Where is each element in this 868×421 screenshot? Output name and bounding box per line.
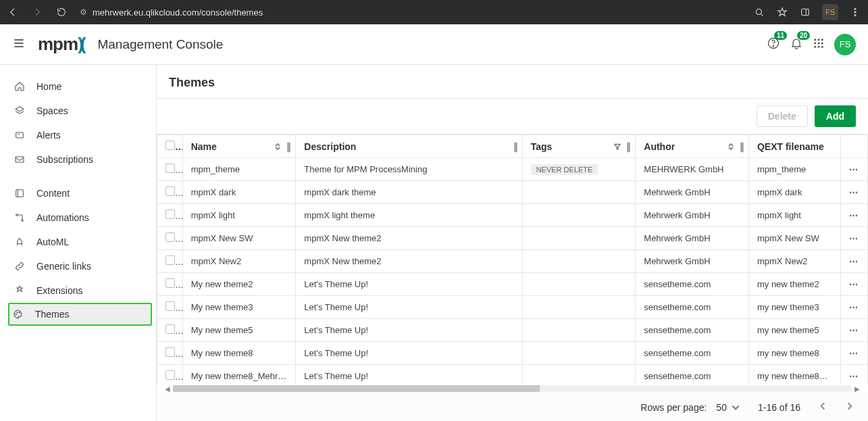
help-icon[interactable]: 11: [767, 36, 780, 53]
row-actions[interactable]: ⋯: [841, 296, 868, 319]
checkbox-icon[interactable]: [165, 278, 175, 288]
row-checkbox[interactable]: [157, 227, 183, 250]
row-actions[interactable]: ⋯: [841, 227, 868, 250]
sidebar-item-extensions[interactable]: Extensions: [0, 278, 156, 303]
row-checkbox[interactable]: [157, 365, 183, 385]
row-actions[interactable]: ⋯: [841, 273, 868, 296]
table-row[interactable]: My new theme3Let's Theme Up!sensetheme.c…: [157, 296, 868, 319]
more-icon[interactable]: ⋯: [849, 256, 859, 266]
more-icon[interactable]: ⋯: [849, 187, 859, 197]
more-icon[interactable]: ⋯: [849, 279, 859, 289]
scroll-thumb[interactable]: [173, 385, 540, 392]
row-actions[interactable]: ⋯: [841, 342, 868, 365]
more-icon[interactable]: ⋯: [849, 233, 859, 243]
forward-icon[interactable]: [31, 6, 43, 18]
notifications-icon[interactable]: 20: [790, 36, 803, 53]
reload-icon[interactable]: [55, 6, 68, 18]
checkbox-icon[interactable]: [165, 301, 175, 311]
sidebar-item-alerts[interactable]: Alerts: [0, 123, 156, 147]
table-row[interactable]: mpm_themeTheme for MPM ProcessMiningNEVE…: [157, 158, 868, 181]
resize-icon[interactable]: ‖: [513, 141, 518, 152]
checkbox-icon[interactable]: [165, 164, 175, 173]
table-row[interactable]: mpmX New2mpmX New theme2Mehrwerk GmbHmpm…: [157, 250, 868, 273]
checkbox-icon[interactable]: [165, 324, 175, 334]
scroll-track[interactable]: [173, 385, 852, 392]
row-checkbox[interactable]: [157, 158, 183, 181]
col-author[interactable]: Author ‖: [636, 135, 749, 158]
scroll-right-icon[interactable]: ▶: [852, 385, 863, 393]
more-icon[interactable]: ⋯: [849, 348, 859, 358]
row-checkbox[interactable]: [157, 342, 183, 365]
checkbox-icon[interactable]: [165, 255, 175, 265]
url-bar[interactable]: ⚙ mehrwerk.eu.qlikcloud.com/console/them…: [80, 7, 741, 18]
sidebar-item-content[interactable]: Content: [0, 181, 156, 205]
select-all-header[interactable]: [157, 135, 183, 158]
search-icon[interactable]: [753, 6, 765, 18]
row-actions[interactable]: ⋯: [841, 158, 868, 181]
sidebar-item-automations[interactable]: Automations: [0, 205, 156, 230]
row-actions[interactable]: ⋯: [841, 250, 868, 273]
row-actions[interactable]: ⋯: [841, 319, 868, 342]
delete-button[interactable]: Delete: [757, 105, 808, 127]
row-checkbox[interactable]: [157, 273, 183, 296]
avatar[interactable]: FS: [834, 34, 856, 55]
row-actions[interactable]: ⋯: [841, 365, 868, 385]
cell-qext: mpm_theme: [748, 158, 840, 181]
table-row[interactable]: mpmX darkmpmX dark themeMehrwerk GmbHmpm…: [157, 181, 868, 204]
horizontal-scrollbar[interactable]: ◀ ▶: [157, 384, 868, 393]
checkbox-icon[interactable]: [165, 232, 175, 242]
more-icon[interactable]: ⋯: [849, 164, 859, 174]
row-actions[interactable]: ⋯: [841, 204, 868, 227]
more-icon[interactable]: ⋯: [849, 325, 859, 335]
kebab-icon[interactable]: [849, 6, 861, 18]
col-name[interactable]: Name ‖: [182, 135, 296, 158]
browser-profile[interactable]: FS: [822, 4, 838, 20]
sidebar-item-subscriptions[interactable]: Subscriptions: [0, 147, 156, 172]
sidebar-item-genericlinks[interactable]: Generic links: [0, 254, 156, 278]
table-row[interactable]: My new theme2Let's Theme Up!sensetheme.c…: [157, 273, 868, 296]
app-launcher-icon[interactable]: [813, 37, 825, 52]
logo[interactable]: mpm)(: [38, 34, 85, 55]
checkbox-icon[interactable]: [165, 187, 175, 196]
col-description[interactable]: Description‖: [296, 135, 522, 158]
more-icon[interactable]: ⋯: [849, 302, 859, 312]
row-checkbox[interactable]: [157, 296, 183, 319]
table-row[interactable]: mpmX lightmpmX light themeMehrwerk GmbHm…: [157, 204, 868, 227]
sidebar-item-themes[interactable]: Themes: [8, 303, 152, 326]
panel-icon[interactable]: [799, 6, 811, 18]
subscriptions-icon: [14, 153, 26, 166]
row-checkbox[interactable]: [157, 204, 183, 227]
rows-per-page-label: Rows per page:: [640, 402, 707, 413]
table-row[interactable]: My new theme8_Mehr_A...Let's Theme Up!se…: [157, 365, 868, 385]
add-button[interactable]: Add: [815, 105, 856, 127]
prev-page-icon[interactable]: [818, 401, 827, 413]
col-tags[interactable]: Tags ‖: [522, 135, 636, 158]
row-checkbox[interactable]: [157, 319, 183, 342]
checkbox-icon[interactable]: [165, 141, 175, 150]
sort-icon[interactable]: ‖: [727, 141, 744, 152]
scroll-left-icon[interactable]: ◀: [162, 385, 173, 393]
table-row[interactable]: My new theme8Let's Theme Up!sensetheme.c…: [157, 342, 868, 365]
menu-toggle-icon[interactable]: [12, 36, 26, 53]
table-row[interactable]: mpmX New SWmpmX New theme2Mehrwerk GmbHm…: [157, 227, 868, 250]
star-icon[interactable]: [776, 6, 788, 18]
page-size-select[interactable]: 50: [716, 402, 740, 413]
row-actions[interactable]: ⋯: [841, 181, 868, 204]
checkbox-icon[interactable]: [165, 370, 175, 380]
sidebar-item-automl[interactable]: AutoML: [0, 230, 156, 254]
more-icon[interactable]: ⋯: [849, 210, 859, 220]
checkbox-icon[interactable]: [165, 209, 175, 219]
row-checkbox[interactable]: [157, 181, 183, 204]
table-row[interactable]: My new theme5Let's Theme Up!sensetheme.c…: [157, 319, 868, 342]
site-info-icon[interactable]: ⚙: [80, 7, 87, 17]
sidebar-item-spaces[interactable]: Spaces: [0, 99, 156, 123]
back-icon[interactable]: [7, 6, 19, 18]
next-page-icon[interactable]: [845, 401, 854, 413]
filter-icon[interactable]: ‖: [614, 141, 631, 152]
checkbox-icon[interactable]: [165, 347, 175, 357]
sort-icon[interactable]: ‖: [274, 141, 291, 152]
sidebar-item-home[interactable]: Home: [0, 74, 156, 99]
row-checkbox[interactable]: [157, 250, 183, 273]
col-qext[interactable]: QEXT filename: [748, 135, 840, 158]
more-icon[interactable]: ⋯: [849, 371, 859, 381]
